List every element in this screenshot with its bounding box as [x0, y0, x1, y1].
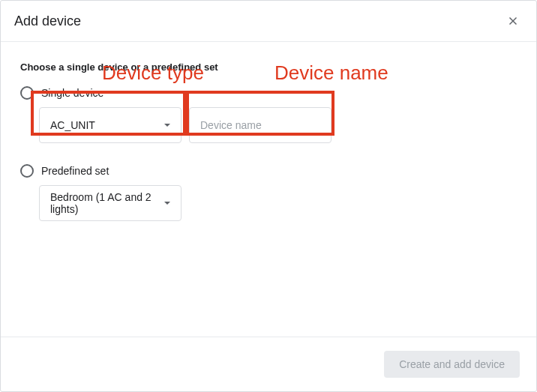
close-button[interactable]: [503, 11, 523, 31]
device-type-select[interactable]: AC_UNIT: [39, 107, 182, 143]
chevron-down-icon: [164, 202, 170, 205]
device-name-input[interactable]: [189, 107, 332, 143]
predefined-set-label: Predefined set: [41, 165, 109, 177]
single-device-fields: AC_UNIT: [39, 107, 517, 143]
predefined-set-option: Predefined set: [20, 164, 517, 178]
predefined-set-fields: Bedroom (1 AC and 2 lights): [39, 185, 517, 221]
single-device-label: Single device: [41, 87, 104, 99]
predefined-set-value: Bedroom (1 AC and 2 lights): [50, 191, 164, 215]
close-icon: [506, 14, 520, 28]
chevron-down-icon: [164, 124, 170, 127]
section-label: Choose a single device or a predefined s…: [20, 61, 517, 73]
single-device-option: Single device: [20, 86, 517, 100]
dialog-body: Choose a single device or a predefined s…: [1, 42, 536, 337]
dialog-header: Add device: [1, 1, 536, 42]
single-device-radio[interactable]: [20, 86, 34, 100]
add-device-dialog: Add device Choose a single device or a p…: [0, 0, 537, 392]
device-type-value: AC_UNIT: [50, 119, 95, 131]
predefined-set-select[interactable]: Bedroom (1 AC and 2 lights): [39, 185, 182, 221]
dialog-title: Add device: [14, 13, 81, 29]
dialog-footer: Create and add device: [1, 337, 536, 391]
predefined-set-radio[interactable]: [20, 164, 34, 178]
create-and-add-button[interactable]: Create and add device: [384, 351, 520, 378]
